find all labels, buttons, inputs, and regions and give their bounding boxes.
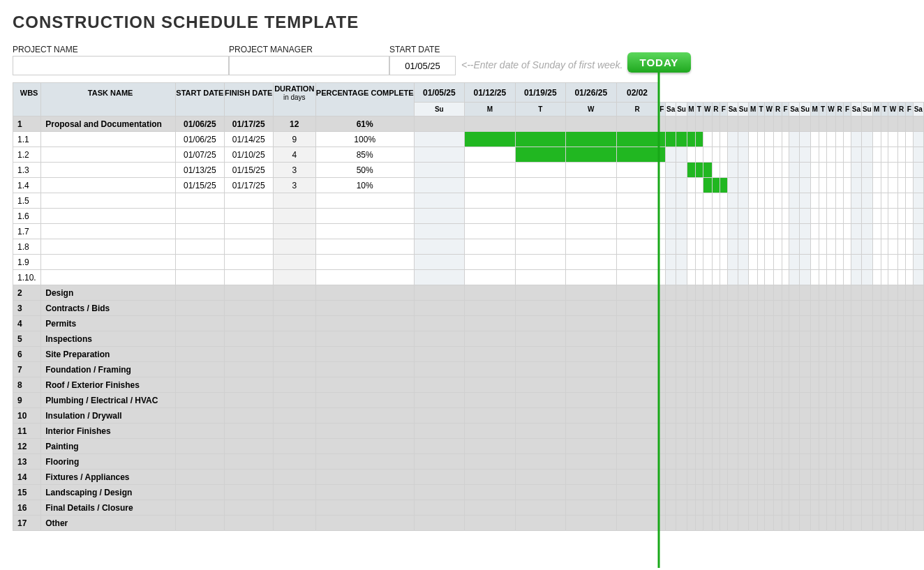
gantt-cell[interactable] (888, 423, 897, 439)
gantt-cell[interactable] (844, 516, 851, 531)
gantt-cell[interactable] (687, 239, 695, 255)
duration-cell[interactable] (273, 316, 315, 331)
gantt-cell[interactable] (888, 485, 897, 500)
gantt-cell[interactable] (888, 454, 897, 470)
gantt-cell[interactable] (789, 209, 800, 224)
gantt-cell[interactable] (789, 362, 800, 377)
gantt-cell[interactable] (757, 163, 765, 178)
gantt-cell[interactable] (465, 301, 515, 316)
gantt-cell[interactable] (414, 147, 464, 163)
gantt-cell[interactable] (727, 147, 738, 163)
gantt-cell[interactable] (757, 316, 765, 331)
gantt-cell[interactable] (703, 193, 712, 209)
gantt-cell[interactable] (727, 316, 738, 331)
gantt-cell[interactable] (465, 285, 515, 301)
duration-cell[interactable]: 12 (273, 117, 315, 132)
gantt-cell[interactable] (782, 347, 789, 362)
gantt-cell[interactable] (913, 485, 924, 500)
finish-cell[interactable] (224, 485, 273, 500)
gantt-cell[interactable] (738, 178, 749, 193)
gantt-cell[interactable] (696, 393, 703, 408)
gantt-cell[interactable] (872, 408, 881, 423)
gantt-cell[interactable] (835, 454, 843, 470)
gantt-cell[interactable] (749, 209, 757, 224)
gantt-cell[interactable] (888, 377, 897, 393)
gantt-cell[interactable] (819, 239, 827, 255)
wbs-cell[interactable]: 15 (13, 485, 41, 500)
gantt-cell[interactable] (881, 331, 888, 347)
gantt-cell[interactable] (905, 255, 913, 270)
gantt-cell[interactable] (800, 224, 811, 239)
gantt-cell[interactable] (774, 285, 782, 301)
gantt-cell[interactable] (881, 377, 888, 393)
gantt-cell[interactable] (757, 224, 765, 239)
gantt-cell[interactable] (782, 377, 789, 393)
gantt-cell[interactable] (414, 454, 464, 470)
gantt-cell[interactable] (819, 377, 827, 393)
gantt-cell[interactable] (566, 454, 616, 470)
gantt-cell[interactable] (616, 132, 658, 147)
gantt-cell[interactable] (749, 377, 757, 393)
gantt-cell[interactable] (566, 377, 616, 393)
gantt-cell[interactable] (765, 439, 774, 454)
gantt-cell[interactable] (811, 516, 819, 531)
gantt-cell[interactable] (616, 454, 658, 470)
gantt-cell[interactable] (851, 439, 861, 454)
gantt-cell[interactable] (465, 408, 515, 423)
duration-cell[interactable]: 4 (273, 147, 315, 163)
gantt-cell[interactable] (851, 454, 861, 470)
gantt-cell[interactable] (414, 117, 464, 132)
gantt-cell[interactable] (727, 117, 738, 132)
gantt-cell[interactable] (566, 485, 616, 500)
gantt-cell[interactable] (414, 224, 464, 239)
duration-cell[interactable]: 3 (273, 178, 315, 193)
gantt-cell[interactable] (765, 500, 774, 516)
gantt-cell[interactable] (696, 362, 703, 377)
pct-cell[interactable]: 85% (315, 147, 414, 163)
gantt-cell[interactable] (757, 485, 765, 500)
finish-cell[interactable]: 01/17/25 (224, 117, 273, 132)
gantt-cell[interactable] (789, 316, 800, 331)
finish-cell[interactable] (224, 270, 273, 285)
gantt-cell[interactable] (789, 270, 800, 285)
gantt-cell[interactable] (566, 516, 616, 531)
start-cell[interactable] (175, 193, 224, 209)
gantt-cell[interactable] (888, 270, 897, 285)
gantt-cell[interactable] (738, 516, 749, 531)
gantt-cell[interactable] (712, 362, 720, 377)
gantt-cell[interactable] (905, 500, 913, 516)
gantt-cell[interactable] (666, 470, 676, 485)
gantt-cell[interactable] (465, 316, 515, 331)
finish-cell[interactable] (224, 331, 273, 347)
gantt-cell[interactable] (913, 178, 924, 193)
gantt-cell[interactable] (703, 239, 712, 255)
table-row[interactable]: 1.101/06/2501/14/259100% (13, 132, 924, 147)
gantt-cell[interactable] (819, 485, 827, 500)
gantt-cell[interactable] (835, 163, 843, 178)
gantt-cell[interactable] (844, 147, 851, 163)
table-row[interactable]: 11Interior Finishes (13, 423, 924, 439)
gantt-cell[interactable] (881, 439, 888, 454)
gantt-cell[interactable] (789, 193, 800, 209)
gantt-cell[interactable] (414, 516, 464, 531)
gantt-cell[interactable] (811, 408, 819, 423)
gantt-cell[interactable] (666, 516, 676, 531)
gantt-cell[interactable] (515, 485, 565, 500)
gantt-cell[interactable] (835, 516, 843, 531)
gantt-cell[interactable] (465, 423, 515, 439)
gantt-cell[interactable] (765, 377, 774, 393)
duration-cell[interactable] (273, 423, 315, 439)
pct-cell[interactable] (315, 301, 414, 316)
gantt-cell[interactable] (905, 347, 913, 362)
gantt-cell[interactable] (826, 132, 835, 147)
gantt-cell[interactable] (757, 147, 765, 163)
gantt-cell[interactable] (414, 209, 464, 224)
start-cell[interactable]: 01/07/25 (175, 147, 224, 163)
gantt-cell[interactable] (881, 470, 888, 485)
gantt-cell[interactable] (782, 500, 789, 516)
gantt-cell[interactable] (676, 132, 687, 147)
gantt-cell[interactable] (720, 423, 728, 439)
gantt-cell[interactable] (851, 516, 861, 531)
gantt-cell[interactable] (913, 301, 924, 316)
gantt-cell[interactable] (757, 285, 765, 301)
